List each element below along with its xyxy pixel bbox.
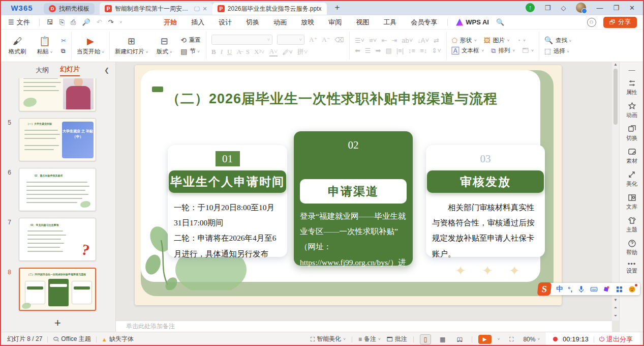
card-03[interactable]: 03 审核发放 相关部门审核材料真实性与资格符合性，审核通过后按规定发放补贴至申… (426, 145, 545, 257)
underline-button[interactable]: U (227, 48, 232, 56)
thumbnail[interactable]: （一）大学生就业补贴 大学生就业 之 补贴（中） (19, 118, 96, 161)
reading-view-button[interactable]: 🕮 (454, 334, 466, 344)
export-pdf-icon[interactable]: ⎘ (59, 18, 65, 26)
decrease-font-icon[interactable]: A⁻ (322, 36, 330, 44)
find-button[interactable]: 🔍 查找 ˅ (544, 36, 571, 44)
search-icon[interactable]: 🔍 (496, 18, 504, 26)
notes-button[interactable]: ≡ 备注˅ (358, 335, 381, 343)
italic-button[interactable]: I (221, 48, 223, 56)
minimize-button[interactable]: — (596, 4, 603, 12)
thumbnail[interactable]: 02、重点补贴类型及标准 (19, 168, 96, 211)
slide-thumb-8-selected[interactable]: 8 （二）2026届毕业生一次性求职补贴申报渠道与流程 (0, 268, 115, 311)
ime-skin-icon[interactable] (603, 285, 610, 293)
tab-document-2-active[interactable]: P 2026届毕业生就业指导云服务.pptx (212, 3, 327, 15)
play-from-current-button[interactable]: ▶ 当页开始 ˅ (77, 36, 104, 55)
next-slide-icon[interactable]: ⏷ (614, 313, 617, 319)
menu-transition[interactable]: 切换 (239, 16, 266, 29)
section-button[interactable]: ▤ 节 ˅ (180, 47, 201, 55)
play-options-icon[interactable]: ˅ (498, 337, 500, 341)
undo-icon[interactable]: ↶ (97, 18, 102, 26)
restore-button[interactable]: ❐ (613, 4, 619, 12)
slide-thumb-4[interactable] (0, 78, 115, 111)
ime-toolbox-icon[interactable] (616, 285, 623, 293)
new-tab-button[interactable]: + (332, 3, 343, 13)
arrange-button[interactable]: ⧉排列˅ (491, 47, 515, 55)
fit-slide-button[interactable]: ⛶ (506, 334, 517, 344)
sidebar-item-library[interactable]: 文库 (626, 193, 637, 211)
sidebar-item-transition[interactable]: 切换 (626, 125, 637, 142)
align-center-button[interactable]: ☰ (365, 47, 371, 54)
menu-design[interactable]: 设计 (211, 16, 239, 29)
numbered-list-button[interactable]: ≡˅ (369, 37, 377, 44)
tab-outline[interactable]: 大纲 (36, 66, 49, 75)
sidebar-item-settings[interactable]: ••• 设置 (626, 262, 637, 275)
thumbnail[interactable] (19, 78, 96, 111)
tab-template-store[interactable]: D 找稻壳模板 (44, 3, 95, 14)
layout-button[interactable]: ⊟ 版式 ˅ (153, 36, 175, 55)
cut-icon[interactable]: ✂ (61, 37, 66, 44)
user-avatar[interactable] (576, 3, 586, 13)
slide-thumb-7[interactable]: 7 03、常见问题与注意事项 ? (0, 218, 115, 261)
font-color-button[interactable]: A˅ (269, 47, 278, 56)
highlight-button[interactable]: 🖉˅ (282, 48, 293, 56)
menu-insert[interactable]: 插入 (184, 16, 211, 29)
slide-thumb-5[interactable]: 5 （一）大学生就业补贴 大学生就业 之 补贴（中） (0, 118, 115, 161)
print-icon[interactable]: ⎙ (71, 18, 76, 26)
chart-button[interactable]: ◔˅ (516, 37, 526, 44)
menu-tools[interactable]: 工具 (376, 16, 404, 29)
ime-mode-chinese[interactable]: 中 (556, 284, 563, 294)
collapse-right-panel-icon[interactable]: — (629, 66, 635, 74)
exit-share-button[interactable]: ⏻ 退出分享 (599, 335, 633, 344)
menu-view[interactable]: 视图 (349, 16, 376, 29)
increase-font-icon[interactable]: A⁺ (309, 36, 317, 44)
menu-animation[interactable]: 动画 (266, 16, 294, 29)
slideshow-play-button[interactable]: ▶ (478, 335, 492, 344)
new-slide-button[interactable]: ⊞ 新建幻灯片 ˅ (115, 36, 148, 55)
comments-button[interactable]: 🗔 批注 (387, 335, 407, 343)
collapse-panel-icon[interactable]: ❮ (104, 67, 109, 74)
menu-slideshow[interactable]: 放映 (294, 16, 321, 29)
slide-thumb-6[interactable]: 6 02、重点补贴类型及标准 (0, 168, 115, 211)
bullet-list-button[interactable]: ☰˅ (355, 37, 364, 44)
zoom-select[interactable]: 80%˅ (523, 336, 540, 343)
notes-area[interactable]: 单击此处添加备注 (116, 321, 612, 332)
bold-button[interactable]: B (211, 48, 216, 56)
close-tab-icon[interactable]: ✕ (203, 6, 207, 12)
thumbnail[interactable]: （二）2026届毕业生一次性求职补贴申报渠道与流程 (19, 268, 96, 311)
vertical-text-button[interactable]: ↓A˅ (417, 37, 429, 44)
sidebar-item-properties[interactable]: 属性 (626, 79, 637, 96)
format-painter-button[interactable]: 🖌 格式刷 (6, 36, 28, 55)
chevron-down-icon[interactable]: ˅ (120, 20, 122, 24)
thumbnail[interactable]: 03、常见问题与注意事项 ? (19, 218, 96, 261)
scroll-down-icon[interactable]: ▼ (614, 298, 618, 302)
tab-slides[interactable]: 幻灯片 (60, 65, 80, 76)
menu-member[interactable]: 会员专享 (404, 16, 444, 29)
workspace-icon[interactable]: ❒ (545, 4, 551, 12)
convert-smartart-button[interactable]: ⇄ (434, 37, 439, 44)
print-preview-icon[interactable]: 🔎 (82, 18, 90, 26)
text-direction-button[interactable]: ab˅ (402, 37, 413, 44)
file-menu[interactable]: ☰ 文件 (0, 18, 36, 27)
sidebar-item-assets[interactable]: 素材 (626, 148, 637, 165)
increase-indent-button[interactable]: ⇥ (391, 37, 397, 44)
ime-punctuation-icon[interactable]: °, (568, 285, 572, 293)
add-slide-button[interactable]: + (0, 314, 115, 332)
font-size-select[interactable]: ˅ (277, 35, 304, 45)
sogou-logo[interactable]: S (537, 282, 552, 296)
sidebar-item-animation[interactable]: 动画 (626, 102, 637, 119)
paragraph-spacing-button[interactable]: ≡↕ (420, 47, 427, 54)
cube-icon[interactable]: ◇ (561, 4, 566, 12)
save-icon[interactable]: 🖫 (47, 18, 53, 26)
tab-document-1[interactable]: P 智能制造学院第十一周安全+主 🖵 ✕ (100, 3, 212, 15)
sidebar-item-theme[interactable]: 主题 (626, 216, 637, 234)
align-right-button[interactable]: ➡ (376, 47, 381, 54)
missing-font-warning[interactable]: ▲ 缺失字体 (102, 335, 134, 343)
menu-home[interactable]: 开始 (157, 16, 184, 29)
current-slide[interactable]: （二）2026届毕业生一次性求职补贴申报渠道与流程 01 毕业生个人申请时间 一… (135, 65, 562, 305)
slide-sorter-view-button[interactable]: ▦ (437, 334, 448, 344)
distribute-button[interactable]: |≡| (396, 47, 404, 54)
card-02[interactable]: 02 申请渠道 登录“福建就业网——毕业生就业专区——一次性求职补贴”（网址：h… (294, 131, 413, 266)
upgrade-icon[interactable]: ↑ (526, 3, 535, 12)
ime-mic-icon[interactable] (577, 285, 585, 293)
pinyin-button[interactable]: 拼˅ (297, 47, 308, 56)
